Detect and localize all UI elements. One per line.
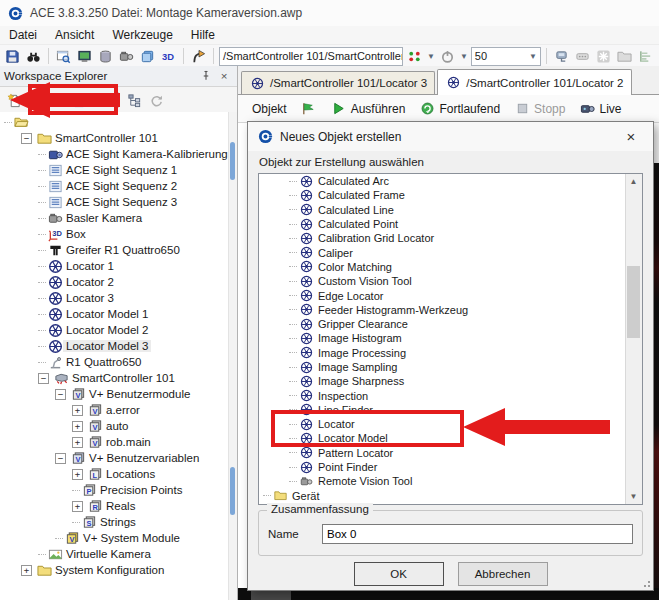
camera-button[interactable] bbox=[117, 47, 136, 65]
list-scrollbar-thumb[interactable] bbox=[627, 266, 640, 338]
tree-item-greifer-r1-quattro650[interactable]: Greifer R1 Quattro650 bbox=[0, 242, 229, 258]
object-type-caliper[interactable]: Caliper bbox=[259, 245, 642, 259]
tree-item-v-system-module[interactable]: VV+ System Module bbox=[0, 530, 229, 546]
object-type-calculated-arc[interactable]: Calculated Arc bbox=[259, 174, 642, 188]
tree-item-a-error[interactable]: +Va.error bbox=[0, 402, 229, 418]
nav-arrow-button[interactable] bbox=[189, 47, 208, 65]
tab-smartcontroller-101-locator-3[interactable]: /SmartController 101/Locator 3 bbox=[241, 71, 435, 94]
tree-item-rob-main[interactable]: +Vrob.main bbox=[0, 434, 229, 450]
tree-item-ace-sight-kamera-kalibrierung[interactable]: ACE Sight Kamera-Kalibrierung bbox=[0, 146, 229, 162]
edit-doc-button[interactable] bbox=[27, 91, 46, 109]
expand-minus-icon[interactable]: − bbox=[55, 453, 66, 464]
menu-datei[interactable]: Datei bbox=[0, 27, 46, 43]
tree-item-v-benutzervariablen[interactable]: −VV+ Benutzervariablen bbox=[0, 450, 229, 466]
resize-grip[interactable] bbox=[641, 578, 651, 588]
expand-plus-icon[interactable]: + bbox=[72, 421, 83, 432]
tree-item-box[interactable]: 3DBox bbox=[0, 226, 229, 242]
tree-item-r1-quattro650[interactable]: R1 Quattro650 bbox=[0, 354, 229, 370]
object-type-line-finder[interactable]: Line Finder bbox=[259, 403, 642, 417]
object-type-feeder-histogramm-werkzeug[interactable]: Feeder Histogramm-Werkzeug bbox=[259, 303, 642, 317]
expand-minus-icon[interactable]: − bbox=[21, 133, 32, 144]
object-type-calculated-line[interactable]: Calculated Line bbox=[259, 203, 642, 217]
object-type-ger-t[interactable]: Gerät bbox=[259, 489, 642, 503]
object-type-gripper-clearance[interactable]: Gripper Clearance bbox=[259, 317, 642, 331]
save-button[interactable] bbox=[3, 47, 22, 65]
tree-item-system-konfiguration[interactable]: +System Konfiguration bbox=[0, 562, 229, 578]
tree-item-v-benutzermodule[interactable]: −VV+ Benutzermodule bbox=[0, 386, 229, 402]
object-type-locator-model[interactable]: Locator Model bbox=[259, 431, 642, 445]
copy-button[interactable] bbox=[71, 91, 90, 109]
tree-item-virtuelle-kamera[interactable]: Virtuelle Kamera bbox=[0, 546, 229, 562]
expand-minus-icon[interactable]: − bbox=[38, 373, 49, 384]
tree-item-auto[interactable]: +Vauto bbox=[0, 418, 229, 434]
object-type-locator[interactable]: Locator bbox=[259, 417, 642, 431]
folder-gray-button[interactable] bbox=[615, 47, 634, 65]
close-panel-icon[interactable]: × bbox=[215, 68, 233, 84]
io-connector-button[interactable] bbox=[573, 47, 592, 65]
flag-button[interactable] bbox=[296, 99, 322, 119]
scrollbar-thumb[interactable] bbox=[230, 142, 235, 180]
snowflake-button[interactable] bbox=[594, 47, 613, 65]
object-type-image-sampling[interactable]: Image Sampling bbox=[259, 360, 642, 374]
name-input[interactable] bbox=[322, 524, 633, 544]
new-object-button[interactable] bbox=[5, 91, 24, 109]
layers-button[interactable] bbox=[138, 47, 157, 65]
tree-item-item[interactable] bbox=[0, 114, 229, 130]
object-type-custom-vision-tool[interactable]: Custom Vision Tool bbox=[259, 274, 642, 288]
tree-item-precision-points[interactable]: PPrecision Points bbox=[0, 482, 229, 498]
object-type-image-processing[interactable]: Image Processing bbox=[259, 346, 642, 360]
speed-combo[interactable]: 50 ▼ bbox=[471, 47, 541, 66]
object-type-inspection[interactable]: Inspection bbox=[259, 388, 642, 402]
tree-item-locator-model-1[interactable]: Locator Model 1 bbox=[0, 306, 229, 322]
live-button[interactable]: Live bbox=[574, 99, 626, 119]
tree-item-ace-sight-sequenz-1[interactable]: ACE Sight Sequenz 1 bbox=[0, 162, 229, 178]
object-type-calibration-grid-locator[interactable]: Calibration Grid Locator bbox=[259, 231, 642, 245]
tab-smartcontroller-101-locator-2[interactable]: /SmartController 101/Locator 2 bbox=[437, 69, 631, 95]
expand-minus-icon[interactable]: − bbox=[55, 389, 66, 400]
expand-plus-icon[interactable]: + bbox=[72, 437, 83, 448]
tree-item-locator-3[interactable]: Locator 3 bbox=[0, 290, 229, 306]
object-type-color-matching[interactable]: Color Matching bbox=[259, 260, 642, 274]
ausf-hren-button[interactable]: Ausführen bbox=[326, 99, 411, 119]
profiler-button[interactable] bbox=[636, 47, 655, 65]
controller-path-combo[interactable]: /SmartController 101/SmartController 101… bbox=[219, 47, 403, 66]
object-type-image-histogram[interactable]: Image Histogram bbox=[259, 331, 642, 345]
fortlaufend-button[interactable]: Fortlaufend bbox=[414, 99, 505, 119]
tree-item-locator-2[interactable]: Locator 2 bbox=[0, 274, 229, 290]
tree-item-locator-1[interactable]: Locator 1 bbox=[0, 258, 229, 274]
object-type-calculated-point[interactable]: Calculated Point bbox=[259, 217, 642, 231]
tree-item-strings[interactable]: SStrings bbox=[0, 514, 229, 530]
paste-button[interactable] bbox=[93, 91, 112, 109]
expand-plus-icon[interactable]: + bbox=[72, 405, 83, 416]
object-type-image-sharpness[interactable]: Image Sharpness bbox=[259, 374, 642, 388]
menu-werkzeuge[interactable]: Werkzeuge bbox=[103, 27, 181, 43]
objekt-menu[interactable]: Objekt bbox=[247, 100, 292, 118]
object-type-edge-locator[interactable]: Edge Locator bbox=[259, 288, 642, 302]
dialog-title-bar[interactable]: Neues Objekt erstellen × bbox=[248, 122, 653, 151]
dialog-close-icon[interactable]: × bbox=[618, 126, 644, 148]
find-button[interactable] bbox=[24, 47, 43, 65]
tree-item-locator-model-3[interactable]: Locator Model 3 bbox=[0, 338, 229, 354]
object-type-calculated-frame[interactable]: Calculated Frame bbox=[259, 188, 642, 202]
delete-button[interactable] bbox=[49, 91, 68, 109]
expand-plus-icon[interactable]: + bbox=[72, 469, 83, 480]
tree-item-ace-sight-sequenz-2[interactable]: ACE Sight Sequenz 2 bbox=[0, 178, 229, 194]
expand-plus-icon[interactable]: + bbox=[21, 565, 32, 576]
tree-view-button[interactable] bbox=[125, 91, 144, 109]
workspace-scrollbar[interactable] bbox=[228, 112, 237, 600]
object-type-point-finder[interactable]: Point Finder bbox=[259, 460, 642, 474]
scroll-down-icon[interactable]: ▼ bbox=[626, 489, 641, 504]
tree-item-smartcontroller-101[interactable]: −SmartController 101 bbox=[0, 370, 229, 386]
three-d-button[interactable]: 3D bbox=[159, 47, 178, 65]
object-type-pattern-locator[interactable]: Pattern Locator bbox=[259, 446, 642, 460]
tree-item-basler-kamera[interactable]: Basler Kamera bbox=[0, 210, 229, 226]
tree-item-smartcontroller-101[interactable]: −SmartController 101 bbox=[0, 130, 229, 146]
tree-item-locations[interactable]: +LLocations bbox=[0, 466, 229, 482]
database-button[interactable] bbox=[96, 47, 115, 65]
power-button[interactable] bbox=[438, 47, 457, 65]
menu-ansicht[interactable]: Ansicht bbox=[46, 27, 103, 43]
list-scrollbar[interactable]: ▲ ▼ bbox=[625, 174, 642, 504]
connect-button[interactable] bbox=[405, 47, 424, 65]
stopp-button[interactable]: Stopp bbox=[509, 99, 570, 119]
object-type-remote-vision-tool[interactable]: Remote Vision Tool bbox=[259, 474, 642, 488]
